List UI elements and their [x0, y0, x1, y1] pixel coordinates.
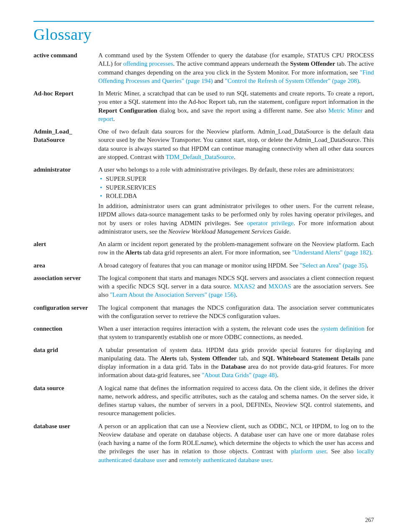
- link-select-area[interactable]: "Select an Area" (page 35): [300, 262, 367, 269]
- definition: The logical component that starts and ma…: [98, 274, 374, 299]
- definition: A logical name that defines the informat…: [98, 384, 374, 418]
- bold: Alerts: [125, 249, 142, 256]
- term: alert: [33, 240, 98, 248]
- term: database user: [33, 422, 98, 430]
- definition: When a user interaction requires interac…: [98, 324, 374, 342]
- link-metric-miner[interactable]: Metric Miner: [328, 107, 363, 114]
- roles-list: SUPER.SUPER SUPER.SERVICES ROLE.DBA: [98, 175, 374, 200]
- definition: An alarm or incident report generated by…: [98, 240, 374, 257]
- link-about-data-grids[interactable]: "About Data Grids" (page 48): [202, 372, 277, 378]
- definition: One of two default data sources for the …: [98, 127, 374, 161]
- entry-database-user: database user A person or an application…: [33, 422, 374, 464]
- term: administrator: [33, 165, 98, 174]
- text: .: [234, 154, 235, 160]
- text: and: [363, 107, 374, 114]
- definition: A tabular presentation of system data. H…: [98, 346, 374, 380]
- bold: Database: [221, 363, 246, 370]
- bold: Report Configuration: [98, 107, 157, 114]
- entry-active-command: active command A command used by the Sys…: [33, 51, 374, 85]
- role-item: SUPER.SUPER: [106, 175, 374, 183]
- text: . See also: [326, 448, 357, 455]
- text: .: [277, 372, 279, 378]
- text: .: [359, 77, 361, 84]
- text: .: [271, 457, 273, 463]
- link-system-definition[interactable]: system definition: [321, 325, 365, 332]
- entry-connection: connection When a user interaction requi…: [33, 324, 374, 342]
- text: dialog box, and save the report using a …: [157, 107, 328, 114]
- term: area: [33, 261, 98, 270]
- link-remotely-auth[interactable]: remotely authenticated database user: [179, 457, 271, 463]
- bold: System Offender: [290, 60, 335, 67]
- link-mxoas[interactable]: MXOAS: [269, 283, 291, 290]
- bold: SQL Whiteboard Statement Details: [262, 355, 360, 362]
- link-operator-privilege[interactable]: operator privilege: [247, 220, 293, 226]
- term: connection: [33, 324, 98, 333]
- link-understand-alerts[interactable]: "Understand Alerts" (page 182): [292, 249, 371, 256]
- definition: A command used by the System Offender to…: [98, 51, 374, 85]
- text: and: [167, 457, 179, 463]
- text: A user who belongs to a role with admini…: [98, 165, 374, 174]
- text: When a user interaction requires interac…: [98, 325, 321, 332]
- text: tab,: [176, 355, 191, 362]
- entry-adhoc-report: Ad-hoc Report In Metric Miner, a scratch…: [33, 89, 374, 123]
- bold: System Offender: [191, 355, 237, 362]
- entry-alert: alert An alarm or incident report genera…: [33, 240, 374, 257]
- entry-association-server: association server The logical component…: [33, 274, 374, 299]
- term: data source: [33, 384, 98, 392]
- italic: Neoview Workload Management Services Gui…: [168, 228, 289, 235]
- page-number: 267: [365, 517, 374, 524]
- link-report[interactable]: report: [98, 116, 113, 122]
- entry-data-grid: data grid A tabular presentation of syst…: [33, 346, 374, 380]
- term: data grid: [33, 346, 98, 354]
- entry-admin-load-datasource: Admin_Load_ DataSource One of two defaul…: [33, 127, 374, 161]
- role-item: SUPER.SERVICES: [106, 183, 374, 192]
- text: and: [213, 77, 225, 84]
- text: .: [371, 249, 373, 256]
- role-item: ROLE.DBA: [106, 192, 374, 200]
- link-offending-processes[interactable]: offending processes: [123, 60, 173, 67]
- text: and: [255, 283, 269, 290]
- entry-area: area A broad category of features that y…: [33, 261, 374, 270]
- bold: Alerts: [160, 355, 176, 362]
- italic: name: [200, 439, 214, 446]
- text: .: [289, 228, 291, 235]
- text: . The active command appears underneath …: [173, 60, 290, 67]
- text: .: [235, 291, 237, 298]
- page: Glossary active command A command used b…: [0, 0, 399, 532]
- page-title: Glossary: [33, 25, 374, 44]
- text: In Metric Miner, a scratchpad that can b…: [98, 90, 374, 105]
- definition: In Metric Miner, a scratchpad that can b…: [98, 89, 374, 123]
- text: .: [113, 116, 115, 122]
- text: tab, and: [237, 355, 262, 362]
- text: A broad category of features that you ca…: [98, 262, 300, 269]
- text: One of two default data sources for the …: [98, 128, 374, 160]
- definition: A broad category of features that you ca…: [98, 261, 374, 270]
- link-mxas2[interactable]: MXAS2: [234, 283, 255, 290]
- link-control-refresh[interactable]: "Control the Refresh of System Offender"…: [225, 77, 359, 84]
- entry-administrator: administrator A user who belongs to a ro…: [33, 165, 374, 236]
- text: tab data grid represents an alert. For m…: [142, 249, 292, 256]
- term: active command: [33, 51, 98, 59]
- link-platform-user[interactable]: platform user: [291, 448, 326, 455]
- link-tdm-default[interactable]: TDM_Default_DataSource: [166, 154, 234, 160]
- text-block: In addition, administrator users can gra…: [98, 202, 374, 236]
- entry-configuration-server: configuration server The logical compone…: [33, 303, 374, 321]
- top-rule: [33, 21, 374, 22]
- definition: A person or an application that can use …: [98, 422, 374, 464]
- term: association server: [33, 274, 98, 282]
- term: Admin_Load_ DataSource: [33, 127, 98, 144]
- entry-data-source: data source A logical name that defines …: [33, 384, 374, 418]
- definition: A user who belongs to a role with admini…: [98, 165, 374, 236]
- definition: The logical component that manages the N…: [98, 303, 374, 321]
- term: Ad-hoc Report: [33, 89, 98, 98]
- link-learn-assoc[interactable]: "Learn About the Association Servers" (p…: [110, 291, 236, 298]
- term: configuration server: [33, 303, 98, 312]
- text: .: [367, 262, 368, 269]
